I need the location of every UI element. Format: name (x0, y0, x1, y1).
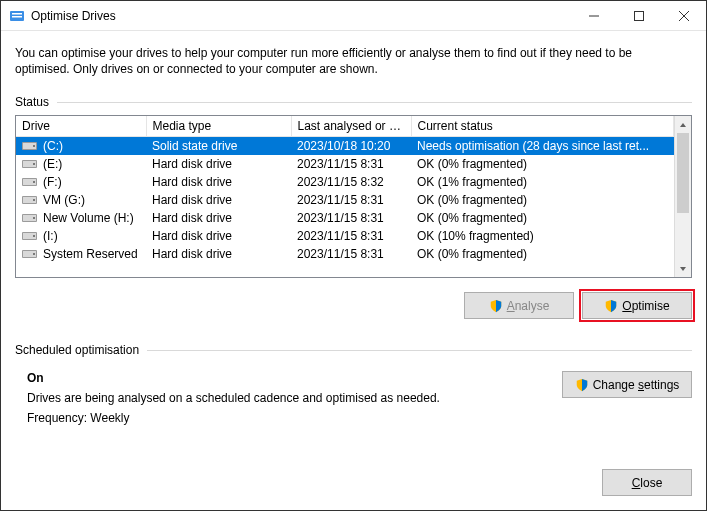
drive-media: Hard disk drive (146, 245, 291, 263)
drive-name: (E:) (43, 157, 62, 171)
shield-icon (575, 378, 589, 392)
svg-point-18 (33, 199, 35, 201)
schedule-section-label: Scheduled optimisation (15, 343, 692, 357)
table-row[interactable]: New Volume (H:)Hard disk drive2023/11/15… (16, 209, 674, 227)
table-row[interactable]: (E:)Hard disk drive2023/11/15 8:31OK (0%… (16, 155, 674, 173)
drives-table: Drive Media type Last analysed or o... C… (15, 115, 692, 278)
analyse-button: Analyse (464, 292, 574, 319)
table-header-row[interactable]: Drive Media type Last analysed or o... C… (16, 116, 674, 137)
col-drive[interactable]: Drive (16, 116, 146, 137)
drive-last: 2023/11/15 8:31 (291, 227, 411, 245)
shield-icon (604, 299, 618, 313)
drive-last: 2023/11/15 8:31 (291, 191, 411, 209)
optimise-button[interactable]: Optimise (582, 292, 692, 319)
drive-icon (22, 176, 38, 188)
titlebar: Optimise Drives (1, 1, 706, 31)
schedule-freq: Frequency: Weekly (27, 411, 562, 425)
svg-point-15 (33, 181, 35, 183)
drive-media: Hard disk drive (146, 155, 291, 173)
svg-rect-4 (634, 11, 643, 20)
scrollbar[interactable] (674, 116, 691, 277)
scroll-track[interactable] (675, 133, 691, 260)
table-row[interactable]: (I:)Hard disk drive2023/11/15 8:31OK (10… (16, 227, 674, 245)
drive-icon (22, 158, 38, 170)
drive-name: (I:) (43, 229, 58, 243)
drive-media: Hard disk drive (146, 209, 291, 227)
change-settings-button[interactable]: Change settings (562, 371, 692, 398)
drive-name: VM (G:) (43, 193, 85, 207)
drive-last: 2023/11/15 8:31 (291, 209, 411, 227)
scroll-down-icon[interactable] (675, 260, 691, 277)
col-last[interactable]: Last analysed or o... (291, 116, 411, 137)
close-dialog-button[interactable]: Close (602, 469, 692, 496)
drive-last: 2023/11/15 8:31 (291, 155, 411, 173)
svg-point-12 (33, 163, 35, 165)
drive-icon (22, 248, 38, 260)
drive-status: OK (0% fragmented) (411, 155, 674, 173)
scroll-up-icon[interactable] (675, 116, 691, 133)
drive-media: Hard disk drive (146, 227, 291, 245)
intro-text: You can optimise your drives to help you… (15, 45, 665, 77)
table-row[interactable]: (F:)Hard disk drive2023/11/15 8:32OK (1%… (16, 173, 674, 191)
window-title: Optimise Drives (31, 9, 571, 23)
app-icon (9, 8, 25, 24)
drive-status: OK (1% fragmented) (411, 173, 674, 191)
drive-last: 2023/11/15 8:31 (291, 245, 411, 263)
drive-media: Hard disk drive (146, 191, 291, 209)
drive-icon (22, 230, 38, 242)
svg-point-21 (33, 217, 35, 219)
drive-name: New Volume (H:) (43, 211, 134, 225)
drive-name: (C:) (43, 139, 63, 153)
drive-media: Solid state drive (146, 137, 291, 156)
svg-marker-29 (680, 267, 686, 271)
svg-rect-2 (12, 16, 22, 18)
col-media[interactable]: Media type (146, 116, 291, 137)
close-button[interactable] (661, 1, 706, 31)
col-status[interactable]: Current status (411, 116, 674, 137)
drive-status: Needs optimisation (28 days since last r… (411, 137, 674, 156)
schedule-state: On (27, 371, 562, 385)
scroll-thumb[interactable] (677, 133, 689, 213)
schedule-desc: Drives are being analysed on a scheduled… (27, 391, 562, 405)
drive-media: Hard disk drive (146, 173, 291, 191)
svg-marker-28 (680, 123, 686, 127)
drive-icon (22, 212, 38, 224)
table-row[interactable]: (C:)Solid state drive2023/10/18 10:20Nee… (16, 137, 674, 156)
drive-status: OK (10% fragmented) (411, 227, 674, 245)
drive-status: OK (0% fragmented) (411, 191, 674, 209)
svg-point-27 (33, 253, 35, 255)
shield-icon (489, 299, 503, 313)
drive-icon (22, 140, 38, 152)
drive-name: System Reserved (43, 247, 138, 261)
status-section-label: Status (15, 95, 692, 109)
drive-status: OK (0% fragmented) (411, 245, 674, 263)
table-row[interactable]: System ReservedHard disk drive2023/11/15… (16, 245, 674, 263)
svg-point-9 (33, 145, 35, 147)
svg-rect-1 (12, 13, 22, 15)
drive-name: (F:) (43, 175, 62, 189)
svg-point-24 (33, 235, 35, 237)
minimize-button[interactable] (571, 1, 616, 31)
drive-status: OK (0% fragmented) (411, 209, 674, 227)
drive-last: 2023/11/15 8:32 (291, 173, 411, 191)
drive-last: 2023/10/18 10:20 (291, 137, 411, 156)
maximize-button[interactable] (616, 1, 661, 31)
drive-icon (22, 194, 38, 206)
table-row[interactable]: VM (G:)Hard disk drive2023/11/15 8:31OK … (16, 191, 674, 209)
